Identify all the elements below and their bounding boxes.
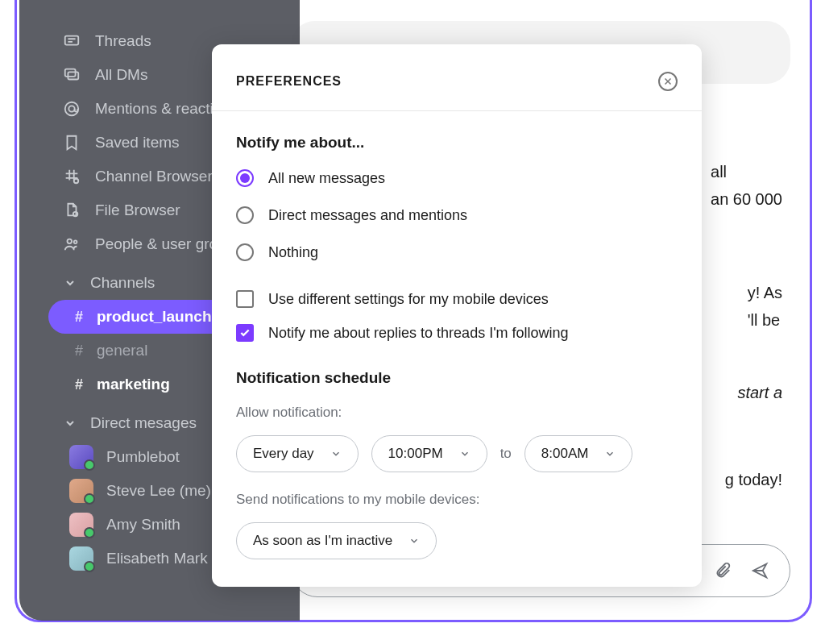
message-fragment-3: start a [737, 379, 782, 406]
dm-label: Elisabeth Mark [106, 550, 208, 567]
radio-nothing[interactable]: Nothing [236, 243, 678, 261]
checkbox-input[interactable] [236, 290, 254, 308]
schedule-heading: Notification schedule [236, 369, 678, 387]
radio-label: All new messages [268, 170, 385, 187]
svg-point-7 [68, 239, 73, 244]
attachment-icon[interactable] [714, 562, 732, 580]
close-button[interactable] [658, 72, 678, 91]
nav-label: Channel Browser [95, 168, 213, 185]
dm-label: Steve Lee (me) [106, 482, 211, 500]
checkbox-thread-replies[interactable]: Notify me about replies to threads I'm f… [236, 324, 678, 342]
dropdown-value: Every day [253, 446, 314, 462]
message-fragment-2: y! As 'll be [748, 279, 782, 334]
radio-input[interactable] [236, 243, 254, 261]
radio-input[interactable] [236, 206, 254, 224]
mobile-notifications-label: Send notifications to my mobile devices: [236, 492, 678, 508]
chevron-down-icon [459, 448, 471, 459]
nav-label: All DMs [95, 66, 147, 84]
mentions-icon [63, 100, 81, 118]
end-time-dropdown[interactable]: 8:00AM [524, 435, 633, 472]
modal-body: Notify me about... All new messages Dire… [212, 111, 702, 587]
dropdown-value: As soon as I'm inactive [253, 533, 392, 549]
start-time-dropdown[interactable]: 10:00PM [371, 435, 487, 472]
modal-title: PREFERENCES [236, 74, 342, 89]
radio-label: Direct messages and mentions [268, 207, 467, 224]
people-icon [63, 235, 81, 253]
modal-header: PREFERENCES [212, 44, 702, 111]
chevron-down-icon [408, 535, 420, 546]
chevron-down-icon [61, 274, 79, 292]
svg-point-4 [68, 106, 74, 111]
section-label: Direct mesages [90, 414, 197, 432]
send-icon[interactable] [751, 562, 769, 580]
avatar [69, 513, 93, 537]
day-dropdown[interactable]: Every day [236, 435, 359, 472]
svg-point-8 [74, 240, 77, 243]
dms-icon [63, 66, 81, 84]
message-fragment-4: g today! [725, 466, 782, 493]
channel-label: product_launch [97, 308, 212, 326]
dropdown-value: 10:00PM [388, 446, 443, 462]
schedule-row: Every day 10:00PM to 8:00AM [236, 435, 678, 472]
hash-icon: # [73, 309, 85, 326]
avatar [69, 479, 93, 503]
to-label: to [500, 446, 512, 462]
nav-label: Threads [95, 32, 151, 50]
chevron-down-icon [604, 448, 616, 459]
radio-label: Nothing [268, 244, 318, 261]
dropdown-value: 8:00AM [541, 446, 589, 462]
message-fragment-1: all an 60 000 [711, 158, 782, 213]
checkbox-input[interactable] [236, 324, 254, 342]
preferences-modal: PREFERENCES Notify me about... All new m… [212, 44, 702, 587]
checkbox-label: Use different settings for my mobile dev… [268, 291, 549, 308]
mobile-dropdown[interactable]: As soon as I'm inactive [236, 522, 437, 559]
channel-browser-icon [63, 168, 81, 185]
avatar [69, 445, 93, 469]
radio-dm-mentions[interactable]: Direct messages and mentions [236, 206, 678, 224]
svg-rect-0 [65, 36, 79, 45]
checkbox-label: Notify me about replies to threads I'm f… [268, 325, 569, 342]
bookmark-icon [63, 134, 81, 152]
radio-all-new-messages[interactable]: All new messages [236, 169, 678, 187]
svg-point-5 [74, 179, 79, 184]
dm-label: Pumblebot [106, 448, 180, 466]
channel-label: general [97, 342, 147, 359]
dm-label: Amy Smith [106, 516, 180, 534]
svg-point-3 [65, 102, 79, 116]
threads-icon [63, 32, 81, 50]
avatar [69, 546, 93, 571]
file-browser-icon [63, 202, 81, 219]
notify-heading: Notify me about... [236, 134, 678, 152]
section-label: Channels [90, 274, 155, 292]
hash-icon: # [73, 376, 85, 393]
allow-notification-label: Allow notification: [236, 405, 678, 421]
nav-label: File Browser [95, 202, 180, 219]
chevron-down-icon [330, 448, 342, 459]
hash-icon: # [73, 343, 85, 359]
channel-label: marketing [97, 376, 170, 393]
radio-input[interactable] [236, 169, 254, 187]
nav-label: Saved items [95, 134, 180, 152]
chevron-down-icon [61, 414, 79, 432]
checkbox-mobile-settings[interactable]: Use different settings for my mobile dev… [236, 290, 678, 308]
